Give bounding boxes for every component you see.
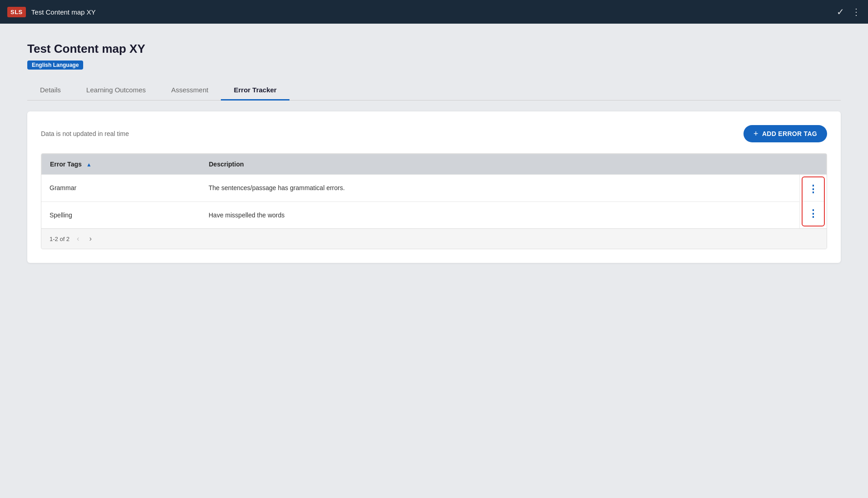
tab-learning-outcomes[interactable]: Learning Outcomes [74, 80, 159, 101]
error-tags-table-wrapper: Error Tags ▲ Description Grammar The sen… [41, 153, 827, 249]
grammar-description-cell: The sentences/passage has grammatical er… [200, 175, 799, 201]
pagination-row: 1-2 of 2 ‹ › [41, 228, 827, 249]
page-title: Test Content map XY [27, 42, 841, 56]
plus-icon: + [753, 130, 758, 138]
pagination-summary: 1-2 of 2 [50, 236, 70, 242]
sls-logo: SLS [7, 7, 26, 17]
spelling-tag-cell: Spelling [41, 201, 200, 228]
card-header-row: Data is not updated in real time + ADD E… [41, 125, 827, 142]
col-header-actions [799, 154, 827, 175]
pagination-prev-button[interactable]: ‹ [74, 234, 82, 243]
topnav-left: SLS Test Content map XY [7, 7, 96, 17]
add-error-tag-label: ADD ERROR TAG [762, 130, 817, 137]
page-header: Test Content map XY English Language [27, 42, 841, 80]
spelling-actions-button[interactable]: ⋮ [803, 202, 824, 225]
grammar-tag-cell: Grammar [41, 175, 200, 201]
error-tracker-card: Data is not updated in real time + ADD E… [27, 111, 841, 263]
top-navigation: SLS Test Content map XY ✓ ⋮ [0, 0, 868, 24]
sort-arrow-icon[interactable]: ▲ [86, 161, 92, 168]
actions-cell: ⋮ ⋮ [799, 175, 827, 228]
tab-assessment[interactable]: Assessment [159, 80, 221, 101]
col-header-tag: Error Tags ▲ [42, 154, 201, 175]
pagination-next-button[interactable]: › [86, 234, 94, 243]
topnav-right: ✓ ⋮ [837, 6, 861, 17]
grammar-actions-button[interactable]: ⋮ [803, 178, 824, 201]
topnav-title: Test Content map XY [31, 8, 96, 16]
col-header-description: Description [201, 154, 799, 175]
main-content: Test Content map XY English Language Det… [0, 24, 868, 281]
tab-error-tracker[interactable]: Error Tracker [221, 80, 289, 101]
realtime-note: Data is not updated in real time [41, 130, 129, 137]
subject-badge: English Language [27, 60, 83, 70]
spelling-dots-icon: ⋮ [808, 208, 818, 220]
grammar-dots-icon: ⋮ [808, 183, 818, 195]
table-row: Spelling Have misspelled the words [41, 201, 827, 228]
add-error-tag-button[interactable]: + ADD ERROR TAG [743, 125, 827, 142]
table-row: Grammar The sentences/passage has gramma… [41, 175, 827, 201]
tab-details[interactable]: Details [27, 80, 74, 101]
error-tags-table: Error Tags ▲ Description [41, 154, 827, 175]
more-options-icon[interactable]: ⋮ [852, 6, 861, 17]
error-tags-data: Grammar The sentences/passage has gramma… [41, 175, 827, 228]
check-icon[interactable]: ✓ [837, 6, 844, 17]
tab-bar: Details Learning Outcomes Assessment Err… [27, 80, 841, 101]
actions-menu-wrapper[interactable]: ⋮ ⋮ [802, 176, 825, 226]
spelling-description-cell: Have misspelled the words [200, 201, 799, 228]
